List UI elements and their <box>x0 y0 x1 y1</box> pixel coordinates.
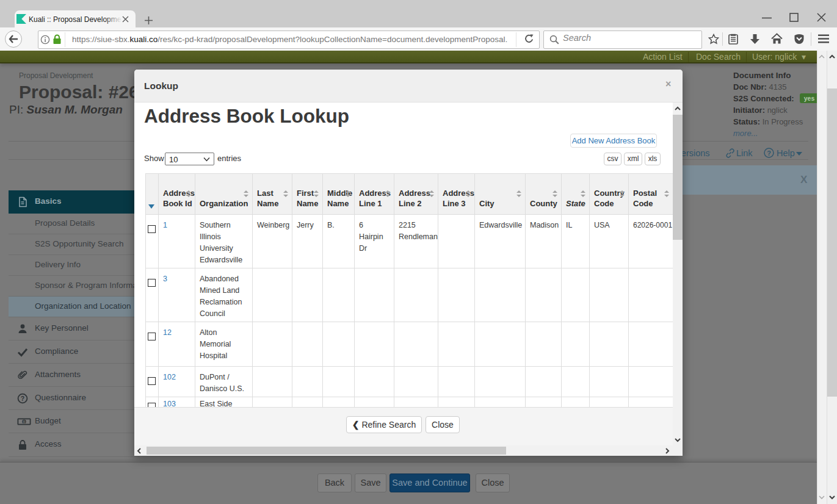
svg-text:?: ? <box>21 395 24 402</box>
svg-text:?: ? <box>767 149 771 157</box>
svg-text:0: 0 <box>23 419 26 423</box>
